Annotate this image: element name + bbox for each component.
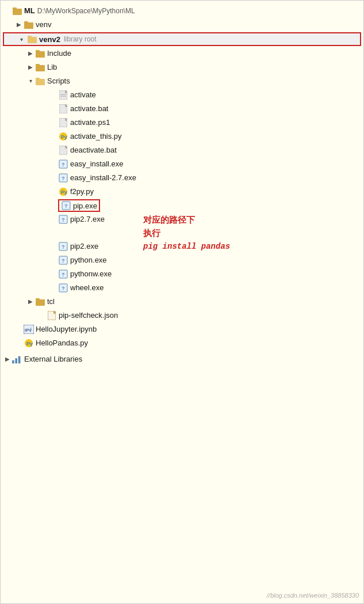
tree-item-scripts[interactable]: Scripts [1, 74, 363, 88]
annotation-block: 对应的路径下 执行 [143, 214, 195, 240]
lib-label: Lib [47, 61, 57, 74]
tree-item-lib[interactable]: Lib [1, 60, 363, 74]
folder-icon-tcl [35, 297, 45, 307]
pip-selfcheck-label: pip-selfcheck.json [59, 309, 118, 322]
file-icon-activate [58, 90, 68, 100]
python-exe-label: python.exe [70, 254, 107, 267]
svg-text:?: ? [62, 272, 65, 278]
tree-item-f2py-py[interactable]: Py f2py.py [1, 185, 363, 199]
arrow-include[interactable] [26, 49, 35, 58]
svg-text:Py: Py [61, 189, 67, 195]
svg-rect-7 [36, 50, 40, 52]
svg-text:?: ? [62, 217, 65, 223]
annotation-zh-line2: 执行 [143, 227, 195, 240]
tree-item-pip-exe[interactable]: ? pip.exe [1, 199, 363, 212]
tree-item-venv[interactable]: venv [1, 18, 363, 32]
folder-icon-venv2 [27, 34, 37, 44]
svg-text:?: ? [62, 258, 65, 264]
tree-item-activate[interactable]: activate [1, 88, 363, 102]
tree-item-ml-root[interactable]: ML D:\MyWorkSpace\MyPython\ML [1, 4, 363, 18]
scripts-label: Scripts [47, 75, 70, 88]
file-icon-pythonw-exe: ? [58, 269, 68, 279]
arrow-empty [3, 6, 12, 16]
tree-item-venv2[interactable]: venv2 library root [3, 32, 361, 46]
file-icon-pip2-exe: ? [58, 241, 68, 252]
file-tree-container: ML D:\MyWorkSpace\MyPython\ML venv venv2… [0, 0, 364, 604]
hello-pandas-label: HelloPandas.py [36, 337, 88, 350]
tree-item-pip-selfcheck[interactable]: pip-selfcheck.json [1, 309, 363, 322]
tree-item-hello-jupyter[interactable]: IPv y HelloJupyter.ipynb [1, 322, 363, 336]
svg-rect-46 [12, 360, 14, 363]
wheel-exe-label: wheel.exe [70, 282, 104, 294]
tree-item-hello-pandas[interactable]: Py HelloPandas.py [1, 336, 363, 350]
svg-text:?: ? [62, 286, 65, 291]
tree-item-tcl[interactable]: tcl [1, 295, 363, 309]
file-icon-f2py-py: Py [58, 187, 68, 197]
easy-install-exe-label: easy_install.exe [70, 158, 124, 170]
svg-text:?: ? [62, 244, 65, 250]
tree-item-activate-ps1[interactable]: activate.ps1 [1, 116, 363, 130]
ml-root-path: D:\MyWorkSpace\MyPython\ML [37, 5, 135, 17]
venv-label: venv [36, 18, 51, 31]
svg-text:Py: Py [61, 134, 67, 140]
file-icon-hello-pandas: Py [24, 338, 34, 348]
deactivate-bat-label: deactivate.bat [70, 144, 117, 157]
folder-icon-ml [12, 6, 22, 16]
svg-text:y: y [30, 326, 32, 330]
watermark: //blog.csdn.net/weixin_38858330 [267, 592, 359, 599]
file-icon-python-exe: ? [58, 255, 68, 265]
tree-item-easy-install-27-exe[interactable]: ? easy_install-2.7.exe [1, 171, 363, 185]
tree-item-pip2-exe[interactable]: ? pip2.exe [1, 240, 139, 253]
annotation-zh-line1: 对应的路径下 [143, 214, 195, 227]
svg-rect-39 [36, 298, 40, 301]
arrow-venv[interactable] [14, 20, 24, 29]
arrow-external-libraries[interactable] [3, 355, 12, 364]
svg-text:?: ? [62, 176, 65, 181]
file-icon-deactivate-bat [58, 145, 68, 155]
file-icon-hello-jupyter: IPv y [24, 324, 34, 335]
easy-install-27-exe-label: easy_install-2.7.exe [70, 172, 136, 184]
pip2-annotation-row: ? pip2.exe pig install pandas [1, 240, 363, 253]
tree-item-activate-bat[interactable]: activate.bat [1, 102, 363, 116]
file-icon-activate-ps1 [58, 117, 68, 128]
pythonw-exe-label: pythonw.exe [70, 268, 112, 280]
tree-item-activate-this-py[interactable]: Py activate_this.py [1, 130, 363, 143]
tree-item-deactivate-bat[interactable]: deactivate.bat [1, 143, 363, 157]
file-icon-activate-bat [58, 104, 68, 114]
svg-text:Py: Py [26, 341, 33, 347]
tree-item-external-libraries[interactable]: External Libraries [1, 352, 363, 366]
tree-item-include[interactable]: Include [1, 47, 363, 60]
venv2-sublabel: library root [64, 35, 97, 43]
pip2-exe-label: pip2.exe [70, 240, 98, 253]
file-icon-wheel-exe: ? [58, 283, 68, 293]
tree-item-pip27-exe[interactable]: ? pip2.7.exe [1, 212, 139, 226]
arrow-lib[interactable] [26, 63, 35, 72]
tree-item-wheel-exe[interactable]: ? wheel.exe [1, 281, 363, 295]
f2py-py-label: f2py.py [70, 185, 94, 198]
folder-icon-include [35, 48, 45, 59]
file-icon-pip27-exe: ? [58, 214, 68, 225]
pip27-annotation-row: ? pip2.7.exe 对应的路径下 执行 [1, 212, 363, 240]
tcl-label: tcl [47, 295, 55, 308]
activate-label: activate [70, 89, 96, 101]
svg-rect-48 [18, 356, 21, 364]
svg-rect-1 [13, 7, 17, 10]
pip27-exe-label: pip2.7.exe [70, 213, 105, 226]
external-libraries-icon [12, 354, 22, 364]
activate-bat-label: activate.bat [70, 102, 109, 115]
arrow-tcl[interactable] [26, 297, 35, 306]
tree-item-python-exe[interactable]: ? python.exe [1, 253, 363, 267]
arrow-scripts[interactable] [26, 77, 35, 86]
venv2-label: venv2 [39, 35, 60, 44]
tree-item-easy-install-exe[interactable]: ? easy_install.exe [1, 157, 363, 171]
svg-text:?: ? [64, 203, 68, 209]
file-icon-activate-this-py: Py [58, 131, 68, 142]
include-label: Include [47, 47, 71, 60]
activate-ps1-label: activate.ps1 [70, 116, 110, 129]
svg-text:?: ? [62, 162, 65, 168]
hello-jupyter-label: HelloJupyter.ipynb [36, 323, 97, 336]
file-icon-pip-exe: ? [61, 200, 71, 211]
arrow-venv2[interactable] [17, 35, 26, 44]
file-icon-easy-install-exe: ? [58, 159, 68, 169]
tree-item-pythonw-exe[interactable]: ? pythonw.exe [1, 267, 363, 281]
